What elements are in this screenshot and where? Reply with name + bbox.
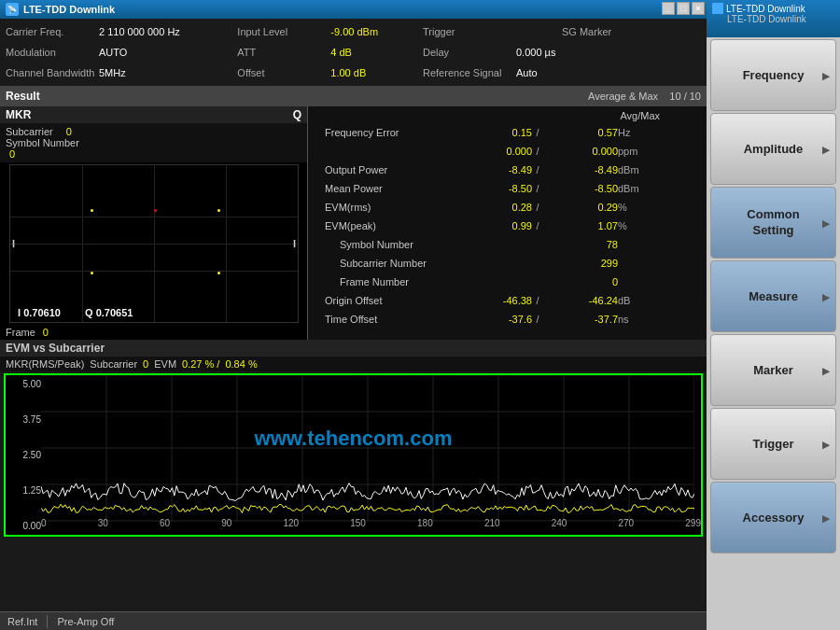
marker-button[interactable]: Marker ▶ [710, 334, 836, 406]
x-150: 150 [350, 518, 366, 535]
meas-label-3: Mean Power [317, 183, 467, 194]
ch-bw-col: Channel Bandwidth 5MHz [6, 67, 237, 78]
sidebar: LTE-TDD Downlink LTE-TDD Downlink Freque… [707, 0, 840, 630]
mkr-header: MKR Q [0, 106, 307, 123]
meas-unit-2: dBm [618, 164, 655, 175]
att-col: ATT 4 dB [237, 47, 423, 58]
input-level-value: -9.00 dBm [330, 26, 378, 37]
meas-sep-10: / [532, 314, 543, 325]
common-setting-arrow: ▶ [822, 217, 830, 228]
i-axis-right: I [293, 238, 296, 249]
evm-chart-container: 5.00 3.75 2.50 1.25 0.00 [4, 373, 703, 537]
meas-val-10: -37.6 [467, 314, 532, 325]
status-sep [47, 615, 48, 628]
const-dot-1 [217, 209, 220, 212]
accessory-button-label: Accessory [743, 511, 805, 525]
info-row-1: Carrier Freq. 2 110 000 000 Hz Input Lev… [6, 21, 701, 42]
q-value-display: Q 0.70651 [85, 307, 133, 318]
meas-label-2: Output Power [317, 164, 467, 175]
y-label-0: 0.00 [7, 521, 41, 531]
measurement-row-4: EVM(rms) 0.28 / 0.29 % [317, 198, 697, 217]
meas-unit-4: % [618, 202, 655, 213]
meas-unit-10: ns [618, 314, 655, 325]
meas-label-10: Time Offset [317, 314, 467, 325]
avg-max-label: Average & Max [588, 91, 658, 102]
meas-val-0: 0.15 [467, 127, 532, 138]
maximize-button[interactable]: □ [677, 2, 690, 15]
evm-mkr-label: MKR(RMS/Peak) [6, 358, 84, 370]
meas-label-0: Frequency Error [317, 127, 467, 138]
sidebar-icon [712, 3, 723, 14]
measure-button[interactable]: Measure ▶ [710, 260, 836, 332]
x-180: 180 [417, 518, 433, 535]
accessory-button[interactable]: Accessory ▶ [710, 482, 836, 553]
meas-avg-0: 0.57 [543, 127, 618, 138]
avg-max-header: Avg/Max [317, 110, 697, 121]
const-dot-2 [154, 209, 157, 212]
measurement-row-8: Frame Number 0 [317, 273, 697, 291]
avg-max-sep: / [684, 91, 687, 102]
q-value: 0.70651 [96, 307, 133, 318]
meas-val-3: -8.50 [467, 183, 532, 194]
symbol-number-val-row: 0 [6, 148, 301, 160]
accessory-arrow: ▶ [822, 512, 830, 523]
evm-subcarrier-label: Subcarrier [90, 358, 137, 370]
const-dot-4 [91, 272, 93, 274]
evm-subcarrier-value: 0 [143, 358, 148, 370]
meas-avg-4: 0.29 [543, 202, 618, 213]
const-dot-3 [217, 272, 220, 274]
measurement-row-9: Origin Offset -46.38 / -46.24 dB [317, 291, 697, 310]
frequency-arrow: ▶ [822, 70, 830, 80]
evm-value: 0.27 % / [182, 358, 219, 370]
meas-unit-0: Hz [618, 127, 655, 138]
x-30: 30 [98, 518, 108, 535]
amplitude-button[interactable]: Amplitude ▶ [710, 113, 836, 185]
preamp-value: Pre-Amp Off [57, 616, 114, 627]
ref-signal-label: Reference Signal [423, 67, 516, 78]
meas-sep-4: / [532, 202, 543, 213]
const-info: Subcarrier 0 Symbol Number 0 [0, 123, 307, 162]
modulation-label: Modulation [6, 47, 99, 58]
measurement-row-3: Mean Power -8.50 / -8.50 dBm [317, 179, 697, 198]
common-setting-button[interactable]: CommonSetting ▶ [710, 187, 836, 259]
meas-avg-1: 0.000 [543, 146, 618, 157]
measure-arrow: ▶ [822, 291, 830, 301]
frequency-button[interactable]: Frequency ▶ [710, 39, 836, 111]
info-rows: Carrier Freq. 2 110 000 000 Hz Input Lev… [0, 19, 707, 86]
meas-label-5: EVM(peak) [317, 220, 467, 231]
minimize-button[interactable]: _ [662, 2, 675, 15]
meas-label-7: Subcarrier Number [317, 258, 467, 269]
meas-unit-3: dBm [618, 183, 655, 194]
evm-peak-value: 0.84 % [225, 358, 257, 370]
trigger-button[interactable]: Trigger ▶ [710, 408, 836, 480]
sidebar-buttons: Frequency ▶ Amplitude ▶ CommonSetting ▶ … [707, 37, 840, 555]
status-bar: Ref.Int Pre-Amp Off [0, 611, 707, 630]
close-button[interactable]: × [692, 2, 705, 15]
marker-arrow: ▶ [822, 365, 830, 375]
ch-bw-value: 5MHz [99, 67, 126, 78]
i-value-display: I 0.70610 [18, 307, 61, 318]
meas-avg-10: -37.7 [543, 314, 618, 325]
meas-avg-8: 0 [543, 276, 618, 287]
meas-avg-6: 78 [543, 239, 618, 250]
offset-label: Offset [237, 67, 330, 78]
meas-sep-2: / [532, 164, 543, 175]
delay-col: Delay 0.000 µs [423, 47, 701, 58]
window-controls[interactable]: _ □ × [662, 2, 705, 15]
evm-chart-svg [41, 375, 694, 522]
trigger-col: Trigger [423, 26, 562, 37]
measurement-row-6: Symbol Number 78 [317, 235, 697, 254]
sg-marker-col: SG Marker [562, 26, 701, 37]
carrier-freq-col: Carrier Freq. 2 110 000 000 Hz [6, 26, 237, 37]
ref-signal-col: Reference Signal Auto [423, 67, 701, 78]
q-label: Q [293, 108, 301, 121]
x-60: 60 [160, 518, 170, 535]
subcarrier-row: Subcarrier 0 [6, 126, 301, 137]
att-label: ATT [237, 47, 330, 58]
meas-label-8: Frame Number [317, 276, 467, 287]
x-90: 90 [221, 518, 231, 535]
offset-col: Offset 1.00 dB [237, 67, 423, 78]
ref-signal-value: Auto [516, 67, 538, 78]
y-label-5: 5.00 [7, 379, 41, 389]
carrier-freq-label: Carrier Freq. [6, 26, 99, 37]
